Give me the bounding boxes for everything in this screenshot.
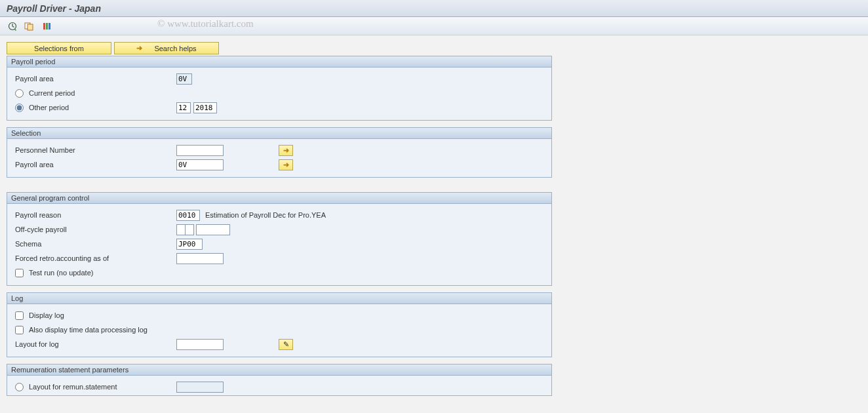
label-other-period: Other period [29,104,69,111]
label-test-run: Test run (no update) [29,269,93,277]
input-payroll-reason[interactable] [176,210,200,221]
search-helps-button[interactable]: ➜ Search helps [114,42,219,54]
input-forced-retro[interactable] [176,253,224,264]
edit-layout-button[interactable]: ✎ [279,339,293,350]
multi-select-personnel-button[interactable]: ➜ [279,145,293,156]
label-payroll-area: Payroll area [12,75,176,83]
group-general-program-control: General program control Payroll reason E… [7,192,552,286]
search-helps-label: Search helps [154,45,196,52]
checkbox-test-run[interactable] [15,269,24,277]
label-layout-log: Layout for log [12,340,176,348]
toolbar: © www.tutorialkart.com [0,17,868,35]
group-header: Log [7,292,552,304]
jobs-icon[interactable] [41,20,52,32]
input-offcycle-b[interactable] [185,224,194,235]
input-layout-remun[interactable] [176,382,224,393]
radio-other-period-wrap: Other period [12,104,176,112]
radio-other-period[interactable] [15,104,24,112]
input-offcycle-a[interactable] [176,224,186,235]
input-payroll-area[interactable] [176,73,192,85]
input-schema[interactable] [176,239,203,250]
label-payroll-area-sel: Payroll area [12,161,176,168]
svg-rect-2 [28,24,33,30]
label-forced-retro: Forced retro.accounting as of [12,254,176,262]
input-other-period-month[interactable] [176,102,191,113]
radio-current-period[interactable] [15,89,24,98]
input-layout-log[interactable] [176,339,224,350]
pencil-icon: ✎ [283,340,289,349]
checkbox-also-display[interactable] [15,326,24,334]
checkbox-test-run-wrap: Test run (no update) [12,269,176,277]
radio-layout-remun-wrap: Layout for remun.statement [12,383,176,391]
execute-icon[interactable] [7,20,18,32]
multi-select-payroll-area-button[interactable]: ➜ [279,159,293,170]
content-area: Selections from ➜ Search helps Payroll p… [0,35,868,396]
page-title: Payroll Driver - Japan [7,3,101,14]
checkbox-display-log[interactable] [15,311,24,320]
selections-from-label: Selections from [34,45,84,52]
input-payroll-area-sel[interactable] [176,159,224,170]
svg-rect-4 [46,23,48,30]
input-other-period-year[interactable] [193,102,217,113]
group-header: Selection [7,127,552,138]
action-button-row: Selections from ➜ Search helps [7,42,861,54]
text-payroll-reason-desc: Estimation of Payroll Dec for Pro.YEA [205,211,326,219]
watermark: © www.tutorialkart.com [157,18,254,30]
label-offcycle: Off-cycle payroll [12,226,176,233]
svg-rect-5 [49,23,50,30]
group-header: General program control [7,192,552,203]
checkbox-display-log-wrap: Display log [12,311,176,320]
radio-layout-remun[interactable] [15,383,24,391]
label-payroll-reason: Payroll reason [12,211,176,219]
title-bar: Payroll Driver - Japan [0,0,868,17]
arrow-right-icon: ➜ [136,44,142,52]
selections-from-button[interactable]: Selections from [7,42,111,54]
label-also-display: Also display time data processing log [29,326,148,334]
label-personnel-number: Personnel Number [12,146,176,154]
group-selection: Selection Personnel Number ➜ Payroll are… [7,127,552,178]
label-schema: Schema [12,240,176,248]
group-payroll-period: Payroll period Payroll area Current peri… [7,56,552,121]
group-header: Payroll period [7,56,552,67]
group-header: Remuneration statement parameters [7,364,552,375]
svg-rect-3 [43,23,45,30]
label-layout-remun: Layout for remun.statement [29,383,117,391]
group-remuneration: Remuneration statement parameters Layout… [7,364,552,396]
radio-current-period-wrap: Current period [12,89,176,98]
input-offcycle-c[interactable] [196,224,230,235]
variants-icon[interactable] [24,20,35,32]
input-personnel-number[interactable] [176,145,224,156]
checkbox-also-display-wrap: Also display time data processing log [12,326,176,334]
label-display-log: Display log [29,311,64,319]
group-log: Log Display log Also display time data p… [7,292,552,357]
label-current-period: Current period [29,89,75,97]
